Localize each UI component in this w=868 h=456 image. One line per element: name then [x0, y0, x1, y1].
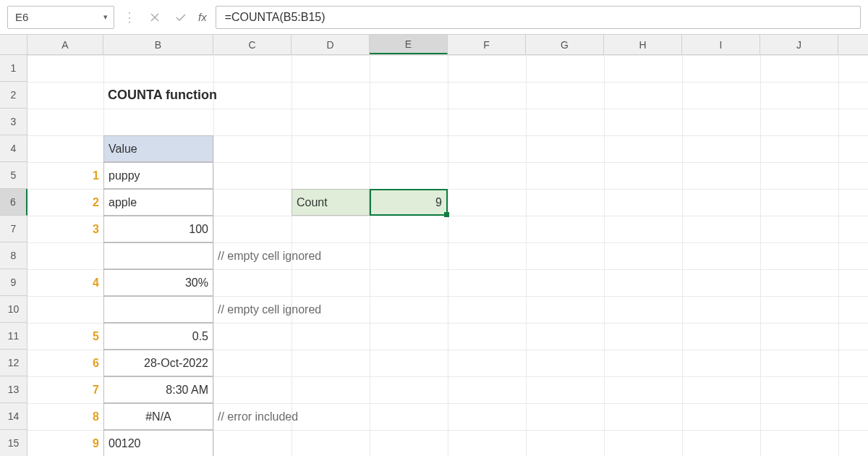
value-cell-b10[interactable] [103, 296, 213, 323]
cells-area[interactable]: COUNTA functionValue123456789puppyapple1… [27, 55, 868, 456]
count-label: Count [292, 189, 370, 216]
row-header-2[interactable]: 2 [0, 82, 27, 109]
value-cell-b15[interactable]: 00120 [103, 430, 213, 456]
comment-row10: // empty cell ignored [213, 296, 401, 323]
row-header-15[interactable]: 15 [0, 430, 27, 456]
value-cell-b13[interactable]: 8:30 AM [103, 376, 213, 403]
column-header-e[interactable]: E [370, 35, 448, 54]
value-cell-b7[interactable]: 100 [103, 216, 213, 242]
row-header-12[interactable]: 12 [0, 350, 27, 376]
row-number-7: 7 [27, 376, 103, 403]
column-headers: ABCDEFGHIJ [27, 35, 868, 55]
value-cell-b5[interactable]: puppy [103, 162, 213, 189]
row-number-6: 6 [27, 350, 103, 376]
column-header-b[interactable]: B [103, 35, 213, 54]
fx-icon[interactable]: fx [198, 11, 207, 23]
row-header-6[interactable]: 6 [0, 189, 27, 216]
name-box[interactable]: E6 ▾ [7, 6, 114, 29]
formula-bar: E6 ▾ ⋮ fx =COUNTA(B5:B15) [0, 0, 868, 35]
formula-text: =COUNTA(B5:B15) [225, 11, 326, 24]
value-cell-b11[interactable]: 0.5 [103, 323, 213, 350]
select-all-corner[interactable] [0, 35, 27, 55]
value-cell-b6[interactable]: apple [103, 189, 213, 216]
row-header-8[interactable]: 8 [0, 242, 27, 269]
row-headers: 123456789101112131415 [0, 55, 27, 456]
enter-icon[interactable] [171, 7, 191, 28]
row-header-3[interactable]: 3 [0, 109, 27, 135]
separator: ⋮ [120, 9, 139, 25]
row-number-2: 2 [27, 189, 103, 216]
row-header-13[interactable]: 13 [0, 376, 27, 403]
row-header-10[interactable]: 10 [0, 296, 27, 323]
row-number-8: 8 [27, 403, 103, 430]
row-header-5[interactable]: 5 [0, 162, 27, 189]
comment-row8: // empty cell ignored [213, 242, 401, 269]
row-number-1: 1 [27, 162, 103, 189]
value-cell-b8[interactable] [103, 242, 213, 269]
column-header-i[interactable]: I [682, 35, 760, 54]
column-header-a[interactable]: A [27, 35, 103, 54]
formula-input[interactable]: =COUNTA(B5:B15) [216, 6, 861, 29]
column-header-g[interactable]: G [526, 35, 604, 54]
comment-row14: // error included [213, 403, 401, 430]
row-number-9: 9 [27, 430, 103, 456]
column-header-h[interactable]: H [604, 35, 682, 54]
row-header-11[interactable]: 11 [0, 323, 27, 350]
value-cell-b14[interactable]: #N/A [103, 403, 213, 430]
active-cell-e6[interactable]: 9 [370, 189, 448, 216]
sheet-title: COUNTA function [103, 82, 320, 109]
row-header-4[interactable]: 4 [0, 135, 27, 162]
value-cell-b9[interactable]: 30% [103, 269, 213, 296]
header-value: Value [103, 135, 213, 162]
spreadsheet-grid: ABCDEFGHIJ 123456789101112131415 COUNTA … [0, 35, 868, 456]
column-header-j[interactable]: J [760, 35, 838, 54]
column-header-d[interactable]: D [292, 35, 370, 54]
cell-reference: E6 [15, 11, 28, 23]
row-number-4: 4 [27, 269, 103, 296]
column-header-f[interactable]: F [448, 35, 526, 54]
row-header-14[interactable]: 14 [0, 403, 27, 430]
row-number-3: 3 [27, 216, 103, 242]
row-header-7[interactable]: 7 [0, 216, 27, 242]
row-header-9[interactable]: 9 [0, 269, 27, 296]
row-number-5: 5 [27, 323, 103, 350]
column-header-c[interactable]: C [213, 35, 292, 54]
value-cell-b12[interactable]: 28-Oct-2022 [103, 350, 213, 376]
chevron-down-icon[interactable]: ▾ [103, 12, 108, 22]
cancel-icon[interactable] [145, 7, 165, 28]
row-header-1[interactable]: 1 [0, 55, 27, 82]
